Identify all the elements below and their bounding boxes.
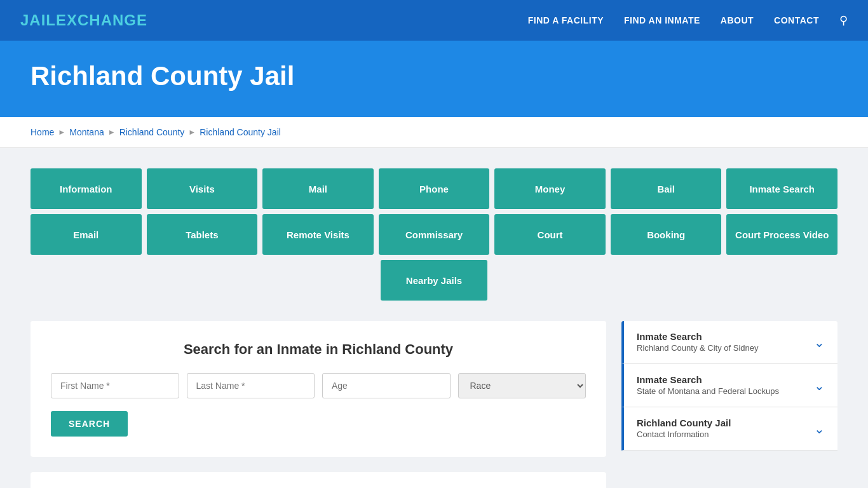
button-grid-row1: Information Visits Mail Phone Money Bail… xyxy=(31,168,837,209)
logo-exchange: EXCHANGE xyxy=(56,11,147,29)
button-grid-row2: Email Tablets Remote Visits Commissary C… xyxy=(31,214,837,255)
button-grid-row3: Nearby Jails xyxy=(31,260,837,301)
nav-contact[interactable]: CONTACT xyxy=(774,15,819,25)
sidebar-item-title-0: Inmate Search xyxy=(637,331,758,342)
sidebar-item-0[interactable]: Inmate Search Richland County & City of … xyxy=(621,321,837,364)
sidebar-item-subtitle-2: Contact Information xyxy=(637,430,709,439)
last-name-input[interactable] xyxy=(187,373,315,398)
nav-find-facility[interactable]: FIND A FACILITY xyxy=(528,15,604,25)
btn-commissary[interactable]: Commissary xyxy=(379,214,490,255)
sidebar-item-text-0: Inmate Search Richland County & City of … xyxy=(637,331,758,353)
sidebar-item-title-2: Richland County Jail xyxy=(637,417,731,428)
btn-bail[interactable]: Bail xyxy=(611,168,722,209)
logo-jail: JAIL xyxy=(20,11,56,29)
btn-phone[interactable]: Phone xyxy=(379,168,490,209)
nav-about[interactable]: ABOUT xyxy=(721,15,754,25)
chevron-down-icon-1: ⌄ xyxy=(814,378,825,393)
sidebar-item-text-1: Inmate Search State of Montana and Feder… xyxy=(637,374,779,396)
content-row: Search for an Inmate in Richland County … xyxy=(31,321,837,488)
sidebar-item-2[interactable]: Richland County Jail Contact Information… xyxy=(621,407,837,451)
breadcrumb-sep3: ► xyxy=(188,128,196,137)
sidebar-item-subtitle-1: State of Montana and Federal Lockups xyxy=(637,386,779,396)
breadcrumb-montana[interactable]: Montana xyxy=(69,127,104,137)
hero-section: Richland County Jail xyxy=(0,41,868,117)
btn-court[interactable]: Court xyxy=(494,214,606,255)
breadcrumb-sep2: ► xyxy=(108,128,116,137)
sidebar-item-title-1: Inmate Search xyxy=(637,374,779,385)
chevron-down-icon-2: ⌄ xyxy=(814,421,825,437)
btn-tablets[interactable]: Tablets xyxy=(147,214,258,255)
breadcrumb-richland-county[interactable]: Richland County xyxy=(119,127,185,137)
sidebar-item-subtitle-0: Richland County & City of Sidney xyxy=(637,343,758,353)
chevron-down-icon-0: ⌄ xyxy=(814,335,825,350)
btn-booking[interactable]: Booking xyxy=(611,214,722,255)
search-card: Search for an Inmate in Richland County … xyxy=(31,321,606,457)
search-title: Search for an Inmate in Richland County xyxy=(51,341,586,358)
btn-money[interactable]: Money xyxy=(494,168,606,209)
breadcrumb-sep1: ► xyxy=(58,128,65,137)
nav-links: FIND A FACILITY FIND AN INMATE ABOUT CON… xyxy=(528,13,848,27)
btn-remote-visits[interactable]: Remote Visits xyxy=(262,214,374,255)
btn-visits[interactable]: Visits xyxy=(147,168,258,209)
site-logo[interactable]: JAILEXCHANGE xyxy=(20,11,147,29)
first-name-input[interactable] xyxy=(51,373,179,398)
btn-mail[interactable]: Mail xyxy=(262,168,374,209)
sidebar-item-text-2: Richland County Jail Contact Information xyxy=(637,417,731,440)
btn-nearby-jails[interactable]: Nearby Jails xyxy=(381,260,487,301)
race-select[interactable]: Race xyxy=(458,373,587,398)
age-input[interactable] xyxy=(322,373,451,398)
btn-information[interactable]: Information xyxy=(31,168,142,209)
search-icon[interactable]: ⚲ xyxy=(839,13,848,27)
breadcrumb-home[interactable]: Home xyxy=(31,127,54,137)
info-section: Richland County Jail Information xyxy=(31,472,606,488)
nav-find-inmate[interactable]: FIND AN INMATE xyxy=(624,15,700,25)
search-button[interactable]: SEARCH xyxy=(51,411,128,437)
btn-email[interactable]: Email xyxy=(31,214,142,255)
navbar: JAILEXCHANGE FIND A FACILITY FIND AN INM… xyxy=(0,0,868,41)
main-area: Information Visits Mail Phone Money Bail… xyxy=(0,148,868,488)
breadcrumb-current: Richland County Jail xyxy=(200,127,281,137)
sidebar-item-1[interactable]: Inmate Search State of Montana and Feder… xyxy=(621,364,837,407)
btn-inmate-search[interactable]: Inmate Search xyxy=(726,168,837,209)
sidebar: Inmate Search Richland County & City of … xyxy=(621,321,837,451)
search-fields: Race xyxy=(51,373,586,398)
breadcrumb: Home ► Montana ► Richland County ► Richl… xyxy=(0,117,868,148)
page-title: Richland County Jail xyxy=(31,61,837,92)
btn-court-process-video[interactable]: Court Process Video xyxy=(726,214,837,255)
